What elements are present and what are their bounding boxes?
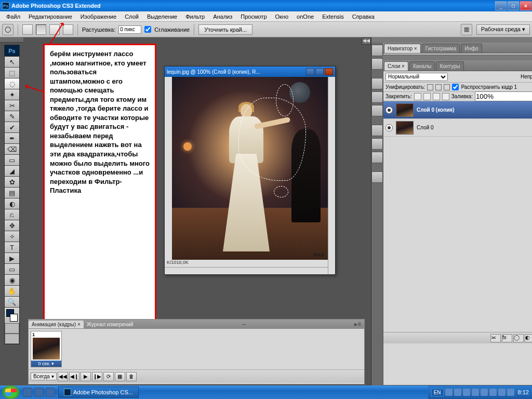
tween-button[interactable]: ⟳ xyxy=(103,372,114,381)
menu-image[interactable]: Изображение xyxy=(76,12,121,21)
screenmode-toggle[interactable] xyxy=(5,334,19,344)
menu-edit[interactable]: Редактирование xyxy=(24,12,76,21)
loop-selector[interactable]: Всегда ▾ xyxy=(31,373,57,380)
mask-icon[interactable]: ◯ xyxy=(513,334,524,342)
menu-analysis[interactable]: Анализ xyxy=(209,12,236,21)
tray-icon[interactable] xyxy=(498,389,506,396)
new-frame-button[interactable]: ▦ xyxy=(115,372,125,381)
tool-path[interactable]: ✧ xyxy=(5,231,19,242)
tray-icon[interactable] xyxy=(463,389,470,396)
tool-marquee[interactable]: ⬚ xyxy=(5,68,19,78)
quicklaunch-icon[interactable] xyxy=(23,388,32,397)
doc-close-button[interactable] xyxy=(325,68,333,75)
tray-icon[interactable] xyxy=(472,389,479,396)
clock[interactable]: 8:12 xyxy=(518,389,529,395)
unify-vis-icon[interactable] xyxy=(435,84,442,90)
tab-paths[interactable]: Контуры xyxy=(436,61,463,71)
tool-move[interactable]: ↖ xyxy=(5,57,19,68)
tray-icon[interactable] xyxy=(445,389,453,396)
maximize-button[interactable]: □ xyxy=(508,1,519,10)
tool-pen[interactable]: ⎌ xyxy=(5,209,19,220)
menu-select[interactable]: Выделение xyxy=(143,12,181,21)
lock-all-icon[interactable] xyxy=(442,93,449,100)
menu-view[interactable]: Просмотр xyxy=(236,12,271,21)
canvas[interactable]: PHX xyxy=(172,77,328,260)
tool-stamp[interactable]: ⌫ xyxy=(5,144,19,155)
unify-pos-icon[interactable] xyxy=(427,84,433,90)
quicklaunch-icon[interactable] xyxy=(46,388,55,397)
dock-icon[interactable] xyxy=(371,58,383,70)
ruler-vertical[interactable] xyxy=(165,77,172,260)
menu-filter[interactable]: Фильтр xyxy=(181,12,209,21)
tab-navigator[interactable]: Навигатор × xyxy=(384,44,421,53)
dock-grip[interactable] xyxy=(371,37,383,43)
link-icon[interactable]: ⫘ xyxy=(490,334,501,342)
first-frame-button[interactable]: ◀◀ xyxy=(58,372,68,381)
menu-help[interactable]: Справка xyxy=(348,12,379,21)
fill-input[interactable] xyxy=(475,91,532,101)
taskbar-item[interactable]: Adobe Photoshop CS... xyxy=(58,387,139,398)
tool-history[interactable]: ▭ xyxy=(5,155,19,166)
tool-zoom[interactable]: 🔍 xyxy=(5,297,19,308)
play-button[interactable]: ▶ xyxy=(81,372,91,381)
tray-icon[interactable] xyxy=(454,389,461,396)
lock-image-icon[interactable] xyxy=(423,93,431,100)
tool-slice[interactable]: ✎ xyxy=(5,111,19,122)
workspace-icon[interactable]: ▥ xyxy=(461,24,472,35)
tool-crop[interactable]: ✂ xyxy=(5,100,19,111)
dock-grip[interactable] xyxy=(0,37,23,43)
scrollbar-vertical[interactable] xyxy=(328,77,335,274)
tool-gradient[interactable]: ✿ xyxy=(5,177,19,188)
language-indicator[interactable]: EN xyxy=(431,389,444,396)
propagate-checkbox[interactable] xyxy=(452,84,459,90)
color-swatches[interactable] xyxy=(5,308,19,323)
tab-info[interactable]: Инфо xyxy=(461,44,482,53)
visibility-icon[interactable] xyxy=(385,107,393,114)
selection-new-button[interactable] xyxy=(22,24,33,35)
dock-grip[interactable] xyxy=(383,37,532,43)
menu-layer[interactable]: Слой xyxy=(121,12,143,21)
blend-mode-select[interactable]: Нормальный xyxy=(385,73,448,81)
tool-dodge[interactable]: ◐ xyxy=(5,198,19,209)
delete-frame-button[interactable]: 🗑 xyxy=(126,372,137,381)
tool-blur[interactable]: ▤ xyxy=(5,188,19,198)
next-frame-button[interactable]: ❙▶ xyxy=(92,372,102,381)
layer-row[interactable]: Слой 0 xyxy=(383,119,532,137)
document-titlebar[interactable]: lequin.jpg @ 100% (Слой 0 (копия), R... xyxy=(165,66,335,77)
dock-icon[interactable] xyxy=(371,105,383,116)
tab-layers[interactable]: Слои × xyxy=(384,61,408,71)
menu-onone[interactable]: onOne xyxy=(292,12,318,21)
menu-window[interactable]: Окно xyxy=(271,12,293,21)
tool-notes[interactable]: ▭ xyxy=(5,264,19,275)
tab-channels[interactable]: Каналы xyxy=(409,61,435,71)
adjustment-icon[interactable]: ◐ xyxy=(525,334,532,342)
tool-brush[interactable]: ✒ xyxy=(5,133,19,144)
dock-icon[interactable] xyxy=(371,45,383,56)
panel-minimize-icon[interactable]: – xyxy=(239,321,249,328)
document-window[interactable]: lequin.jpg @ 100% (Слой 0 (копия), R... … xyxy=(164,66,336,275)
fx-icon[interactable]: fx xyxy=(502,334,512,342)
lock-trans-icon[interactable] xyxy=(414,93,421,100)
close-button[interactable]: × xyxy=(520,1,531,10)
prev-frame-button[interactable]: ◀❙ xyxy=(69,372,79,381)
dock-icon[interactable] xyxy=(371,152,383,163)
selection-add-button[interactable] xyxy=(36,24,46,35)
tab-histogram[interactable]: Гистограмма xyxy=(422,44,460,53)
refine-edge-button[interactable]: Уточнить край... xyxy=(198,24,252,35)
dock-icon[interactable] xyxy=(371,78,383,89)
tray-icon[interactable] xyxy=(507,389,514,396)
quicklaunch-icon[interactable] xyxy=(34,388,44,397)
tab-animation[interactable]: Анимация (кадры) × xyxy=(29,321,84,328)
tool-eraser[interactable]: ◢ xyxy=(5,166,19,177)
tray-icon[interactable] xyxy=(489,389,497,396)
workspace-button[interactable]: Рабочая среда ▾ xyxy=(476,24,530,35)
dock-grip[interactable] xyxy=(383,55,532,60)
dock-icon[interactable] xyxy=(371,125,383,136)
tool-eyedrop[interactable]: ◉ xyxy=(5,275,19,286)
unify-style-icon[interactable] xyxy=(444,84,450,90)
tab-measurelog[interactable]: Журнал измерений xyxy=(84,321,137,328)
start-button[interactable] xyxy=(2,385,20,399)
layer-row[interactable]: Слой 0 (копия) xyxy=(383,101,532,119)
doc-maximize-button[interactable] xyxy=(315,68,324,75)
active-tool-icon[interactable]: ◯ xyxy=(2,24,14,35)
